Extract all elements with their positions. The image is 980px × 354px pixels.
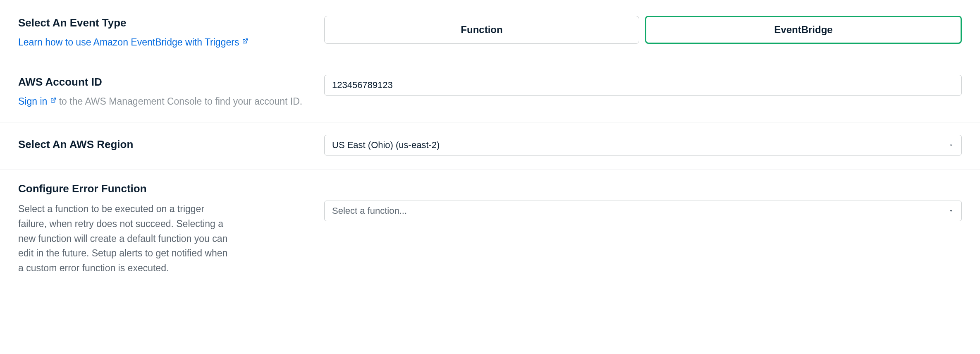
svg-line-0 [245,38,247,41]
section-account-id: AWS Account ID Sign in to the AWS Manage… [0,63,980,122]
region-select-value: US East (Ohio) (us-east-2) [332,139,440,151]
account-id-help-suffix: to the AWS Management Console to find yo… [59,96,303,107]
account-id-input[interactable] [324,75,962,96]
aws-signin-link-text: Sign in [18,95,47,108]
event-type-option-eventbridge[interactable]: EventBridge [645,16,962,44]
external-link-icon [242,38,248,44]
region-select[interactable]: US East (Ohio) (us-east-2) [324,135,962,155]
region-title: Select An AWS Region [18,137,133,152]
eventbridge-help-link[interactable]: Learn how to use Amazon EventBridge with… [18,36,248,49]
event-type-title: Select An Event Type [18,16,308,30]
account-id-title: AWS Account ID [18,75,308,89]
error-function-select-placeholder: Select a function... [332,205,407,217]
section-event-type: Select An Event Type Learn how to use Am… [0,4,980,63]
event-type-toggle: Function EventBridge [324,16,962,44]
error-function-title: Configure Error Function [18,182,308,196]
event-type-option-function[interactable]: Function [324,16,639,44]
eventbridge-help-link-text: Learn how to use Amazon EventBridge with… [18,36,239,49]
section-error-function: Configure Error Function Select a functi… [0,170,980,289]
section-region: Select An AWS Region US East (Ohio) (us-… [0,122,980,170]
chevron-down-icon [948,208,954,214]
error-function-description: Select a function to be executed on a tr… [18,202,233,275]
chevron-down-icon [948,142,954,148]
aws-signin-link[interactable]: Sign in [18,95,56,108]
error-function-select[interactable]: Select a function... [324,201,962,221]
svg-line-1 [53,98,55,100]
external-link-icon [50,97,56,103]
